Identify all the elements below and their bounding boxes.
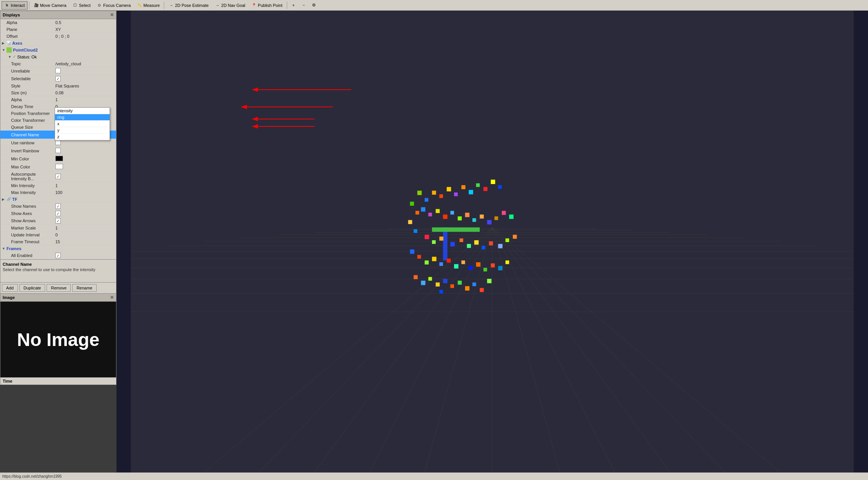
button-bar: Add Duplicate Remove Rename [0, 283, 116, 294]
svg-rect-67 [513, 235, 517, 239]
image-panel-header: Image ✕ [0, 294, 116, 302]
svg-rect-38 [498, 185, 502, 189]
dropdown-item-ring[interactable]: ring [55, 114, 110, 121]
focus-camera-button[interactable]: ⊙ Focus Camera [94, 1, 133, 10]
prop-min-intensity-label: Min Intensity [0, 183, 54, 188]
prop-all-enabled-label: All Enabled [0, 253, 54, 258]
duplicate-button[interactable]: Duplicate [19, 284, 45, 292]
prop-selectable-row: Selectable [0, 75, 116, 82]
prop-channel-name-label: Channel Name [0, 132, 54, 137]
prop-topic-value: /velody_cloud [54, 61, 116, 66]
pose-icon: → [168, 3, 174, 8]
time-panel-label: Time [3, 379, 12, 383]
prop-show-names-row: Show Names [0, 203, 116, 210]
axes-tree-item[interactable]: ▶ 📊 Axes [0, 40, 116, 47]
show-names-checkbox[interactable] [55, 204, 61, 209]
tf-tree-item[interactable]: ▶ 🔗 TF [0, 196, 116, 203]
prop-offset-row: Offset 0 ; 0 ; 0 [0, 33, 116, 40]
remove-button[interactable]: Remove [47, 284, 71, 292]
svg-rect-58 [439, 237, 443, 241]
prop-pc2-alpha-label: Alpha [0, 97, 54, 102]
prop-max-intensity-label: Max Intensity [0, 190, 54, 195]
prop-show-names-label: Show Names [0, 204, 54, 209]
frames-tree-item[interactable]: ▼ Frames [0, 245, 116, 252]
selectable-checkbox[interactable] [55, 76, 61, 81]
nav-goal-button[interactable]: → 2D Nav Goal [212, 1, 248, 10]
pose-estimate-button[interactable]: → 2D Pose Estimate [166, 1, 211, 10]
prop-min-intensity-row: Min Intensity 1 [0, 182, 116, 189]
rename-button[interactable]: Rename [72, 284, 97, 292]
svg-rect-25 [443, 227, 448, 260]
min-color-swatch[interactable] [55, 156, 63, 161]
prop-unreliable-label: Unreliable [0, 68, 54, 74]
prop-unreliable-row: Unreliable [0, 67, 116, 75]
svg-rect-59 [450, 242, 455, 247]
prop-selectable-label: Selectable [0, 76, 54, 81]
displays-close-button[interactable]: ✕ [110, 12, 114, 18]
svg-rect-75 [461, 260, 465, 264]
measure-button[interactable]: 📏 Measure [134, 1, 162, 10]
info-panel: Channel Name Select the channel to use t… [0, 260, 116, 283]
max-color-swatch[interactable] [55, 164, 63, 169]
show-arrows-checkbox[interactable] [55, 218, 61, 223]
time-panel: Time [0, 378, 116, 385]
svg-rect-35 [476, 183, 480, 187]
pointcloud2-tree-item[interactable]: ▼ PointCloud2 [0, 47, 116, 53]
prop-frame-timeout-label: Frame Timeout [0, 239, 54, 244]
image-close-button[interactable]: ✕ [110, 295, 114, 300]
toolbar: 🖱 Interact 🎥 Move Camera ☐ Select ⊙ Focu… [0, 0, 868, 11]
pointcloud2-label: PointCloud2 [13, 48, 38, 52]
prop-show-axes-value [54, 210, 116, 217]
displays-panel-header: Displays ✕ [0, 11, 116, 19]
prop-max-color-row: Max Color [0, 163, 116, 171]
nav-icon: → [215, 3, 220, 8]
plus-button[interactable]: ＋ [289, 1, 298, 10]
prop-frame-timeout-value: 15 [54, 239, 116, 244]
prop-alpha-value: 0.5 [54, 20, 116, 25]
svg-rect-54 [408, 220, 412, 224]
settings-button[interactable]: ⚙ [309, 1, 318, 10]
autocompute-checkbox[interactable] [55, 174, 61, 179]
svg-rect-92 [487, 279, 492, 283]
dropdown-item-z[interactable]: z [55, 134, 110, 140]
status-label: Status: Ok [17, 55, 37, 59]
prop-invert-rainbow-row: Invert Rainbow [0, 147, 116, 155]
invert-rainbow-checkbox[interactable] [55, 148, 61, 153]
interact-icon: 🖱 [4, 3, 10, 8]
prop-use-rainbow-label: Use rainbow [0, 140, 54, 145]
show-axes-checkbox[interactable] [55, 211, 61, 216]
3d-viewport[interactable] [116, 11, 868, 472]
minus-button[interactable]: － [299, 1, 309, 10]
prop-max-intensity-value: 100 [54, 190, 116, 195]
svg-rect-80 [498, 266, 503, 270]
prop-show-arrows-value [54, 218, 116, 224]
svg-rect-62 [474, 240, 479, 245]
use-rainbow-checkbox[interactable] [55, 140, 61, 145]
dropdown-item-x[interactable]: x [55, 121, 110, 127]
svg-rect-48 [472, 218, 476, 222]
publish-point-button[interactable]: 📍 Publish Point [249, 1, 285, 10]
prop-show-arrows-label: Show Arrows [0, 218, 54, 223]
svg-rect-91 [480, 288, 484, 292]
axes-icon: 📊 [6, 41, 11, 45]
separator-1 [29, 2, 29, 9]
interact-button[interactable]: 🖱 Interact [2, 1, 27, 10]
move-camera-button[interactable]: 🎥 Move Camera [31, 1, 69, 10]
all-enabled-checkbox[interactable] [55, 253, 61, 258]
dropdown-item-y[interactable]: y [55, 127, 110, 134]
prop-size-value: 0.08 [54, 90, 116, 95]
svg-rect-73 [447, 259, 451, 263]
prop-plane-value: XY [54, 27, 116, 32]
select-button[interactable]: ☐ Select [70, 1, 94, 10]
prop-min-color-label: Min Color [0, 156, 54, 162]
info-title: Channel Name [3, 262, 114, 267]
svg-rect-46 [458, 217, 462, 221]
svg-rect-70 [425, 260, 429, 265]
prop-decay-label: Decay Time [0, 104, 54, 109]
status-tree-item[interactable]: ▼ ✓ Status: Ok [0, 53, 116, 60]
dropdown-item-intensity[interactable]: intensity [55, 108, 110, 114]
unreliable-checkbox[interactable] [55, 68, 61, 73]
add-button[interactable]: Add [2, 284, 18, 292]
prop-style-value: Flat Squares [54, 83, 116, 89]
svg-rect-42 [428, 213, 432, 217]
